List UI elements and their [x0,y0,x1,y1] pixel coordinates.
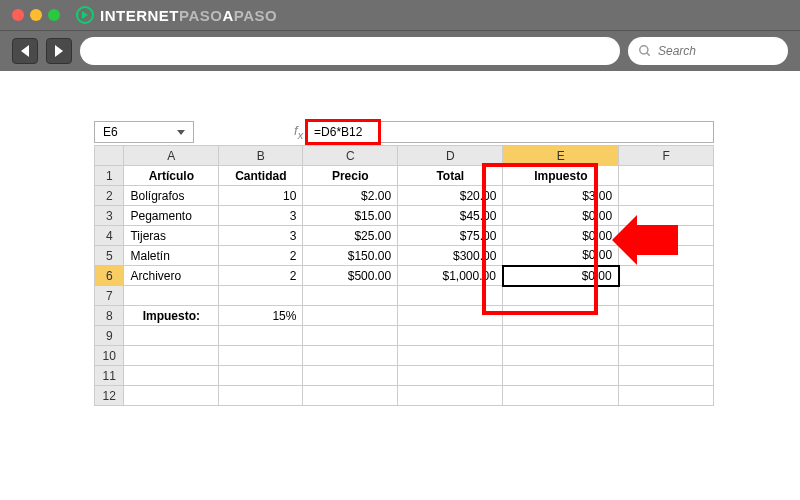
cell-c11[interactable] [303,366,398,386]
page-content: E6 fx =D6*B12 A B C D E F [0,71,800,406]
cell-b3[interactable]: 3 [219,206,303,226]
row-header-11[interactable]: 11 [95,366,124,386]
cell-d12[interactable] [398,386,503,406]
cell-a4[interactable]: Tijeras [124,226,219,246]
cell-e1[interactable]: Impuesto [503,166,619,186]
cell-a12[interactable] [124,386,219,406]
cell-f12[interactable] [619,386,714,406]
cell-d9[interactable] [398,326,503,346]
cell-a2[interactable]: Bolígrafos [124,186,219,206]
cell-c2[interactable]: $2.00 [303,186,398,206]
cell-c9[interactable] [303,326,398,346]
cell-e12[interactable] [503,386,619,406]
cell-f1[interactable] [619,166,714,186]
row-header-12[interactable]: 12 [95,386,124,406]
cell-f8[interactable] [619,306,714,326]
url-input[interactable] [80,37,620,65]
dropdown-icon[interactable] [173,124,189,140]
cell-e7[interactable] [503,286,619,306]
cell-d2[interactable]: $20.00 [398,186,503,206]
cell-e6-active[interactable]: $0.00 [503,266,619,286]
cell-b1[interactable]: Cantidad [219,166,303,186]
row-header-9[interactable]: 9 [95,326,124,346]
name-box[interactable]: E6 [94,121,194,143]
select-all-corner[interactable] [95,146,124,166]
row-header-1[interactable]: 1 [95,166,124,186]
row-header-3[interactable]: 3 [95,206,124,226]
row-header-10[interactable]: 10 [95,346,124,366]
cell-c3[interactable]: $15.00 [303,206,398,226]
cell-b9[interactable] [219,326,303,346]
cell-f10[interactable] [619,346,714,366]
cell-c8[interactable] [303,306,398,326]
col-header-f[interactable]: F [619,146,714,166]
cell-a5[interactable]: Maletín [124,246,219,266]
cell-d11[interactable] [398,366,503,386]
cell-a9[interactable] [124,326,219,346]
cell-d4[interactable]: $75.00 [398,226,503,246]
row-header-7[interactable]: 7 [95,286,124,306]
cell-e8[interactable] [503,306,619,326]
cell-f11[interactable] [619,366,714,386]
cell-f7[interactable] [619,286,714,306]
cell-e4[interactable]: $0.00 [503,226,619,246]
cell-b11[interactable] [219,366,303,386]
cell-b8[interactable]: 15% [219,306,303,326]
cell-e5[interactable]: $0.00 [503,246,619,266]
close-window-button[interactable] [12,9,24,21]
cell-d5[interactable]: $300.00 [398,246,503,266]
cell-a3[interactable]: Pegamento [124,206,219,226]
cell-e10[interactable] [503,346,619,366]
cell-e9[interactable] [503,326,619,346]
cell-a7[interactable] [124,286,219,306]
cell-b10[interactable] [219,346,303,366]
col-header-b[interactable]: B [219,146,303,166]
row-header-4[interactable]: 4 [95,226,124,246]
col-header-c[interactable]: C [303,146,398,166]
search-input[interactable] [628,37,788,65]
forward-button[interactable] [46,38,72,64]
cell-b2[interactable]: 10 [219,186,303,206]
cell-c7[interactable] [303,286,398,306]
spreadsheet-grid[interactable]: A B C D E F 1 Artículo Cantidad Precio T… [94,145,714,406]
col-header-d[interactable]: D [398,146,503,166]
cell-a8[interactable]: Impuesto: [124,306,219,326]
cell-c1[interactable]: Precio [303,166,398,186]
cell-f2[interactable] [619,186,714,206]
formula-bar[interactable]: =D6*B12 [307,121,714,143]
cell-f6[interactable] [619,266,714,286]
cell-b7[interactable] [219,286,303,306]
cell-c5[interactable]: $150.00 [303,246,398,266]
cell-c6[interactable]: $500.00 [303,266,398,286]
cell-e11[interactable] [503,366,619,386]
cell-d6[interactable]: $1,000.00 [398,266,503,286]
row-header-2[interactable]: 2 [95,186,124,206]
cell-b6[interactable]: 2 [219,266,303,286]
cell-c10[interactable] [303,346,398,366]
cell-d3[interactable]: $45.00 [398,206,503,226]
cell-d1[interactable]: Total [398,166,503,186]
cell-f9[interactable] [619,326,714,346]
cell-e2[interactable]: $3.00 [503,186,619,206]
row-header-6[interactable]: 6 [95,266,124,286]
minimize-window-button[interactable] [30,9,42,21]
cell-a11[interactable] [124,366,219,386]
cell-b4[interactable]: 3 [219,226,303,246]
row-header-8[interactable]: 8 [95,306,124,326]
maximize-window-button[interactable] [48,9,60,21]
cell-d7[interactable] [398,286,503,306]
cell-a1[interactable]: Artículo [124,166,219,186]
col-header-e[interactable]: E [503,146,619,166]
row-header-5[interactable]: 5 [95,246,124,266]
cell-a6[interactable]: Archivero [124,266,219,286]
back-button[interactable] [12,38,38,64]
cell-c4[interactable]: $25.00 [303,226,398,246]
cell-a10[interactable] [124,346,219,366]
cell-b12[interactable] [219,386,303,406]
cell-e3[interactable]: $0.00 [503,206,619,226]
cell-b5[interactable]: 2 [219,246,303,266]
cell-c12[interactable] [303,386,398,406]
cell-d8[interactable] [398,306,503,326]
cell-d10[interactable] [398,346,503,366]
col-header-a[interactable]: A [124,146,219,166]
